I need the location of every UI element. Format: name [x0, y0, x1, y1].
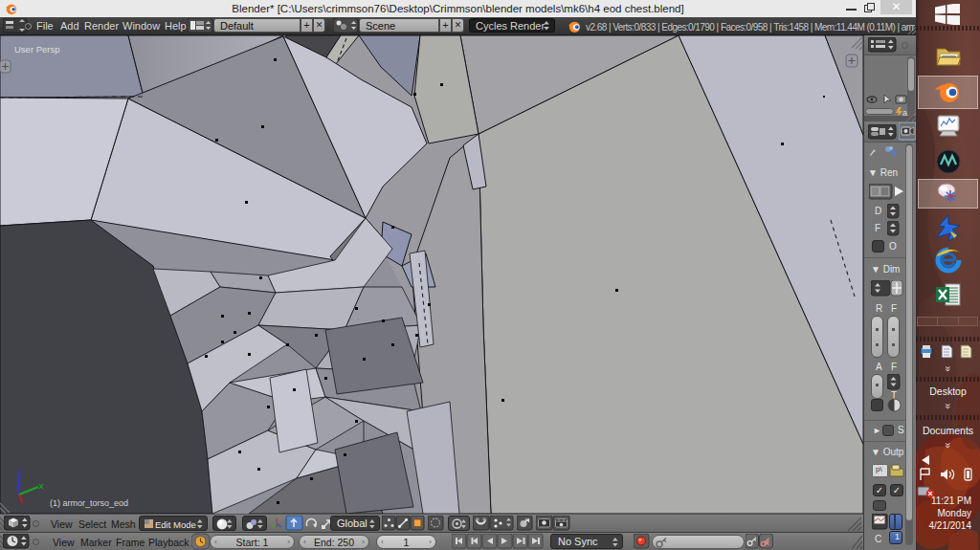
svg-text:User Persp: User Persp	[14, 44, 60, 55]
svg-text:(1) armor_torso_eod: (1) armor_torso_eod	[50, 498, 128, 508]
